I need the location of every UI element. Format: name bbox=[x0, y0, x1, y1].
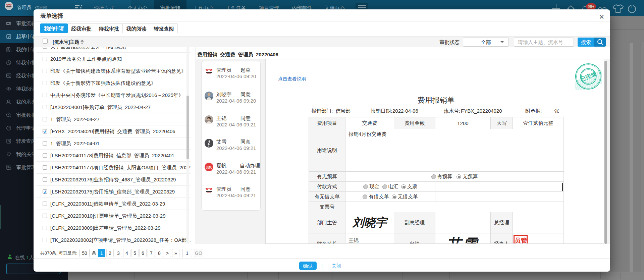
svg-text:已完成: 已完成 bbox=[580, 70, 597, 82]
svg-text:代: 代 bbox=[7, 127, 10, 129]
svg-text:夏帆: 夏帆 bbox=[206, 166, 212, 169]
svg-text:99+: 99+ bbox=[588, 4, 594, 9]
